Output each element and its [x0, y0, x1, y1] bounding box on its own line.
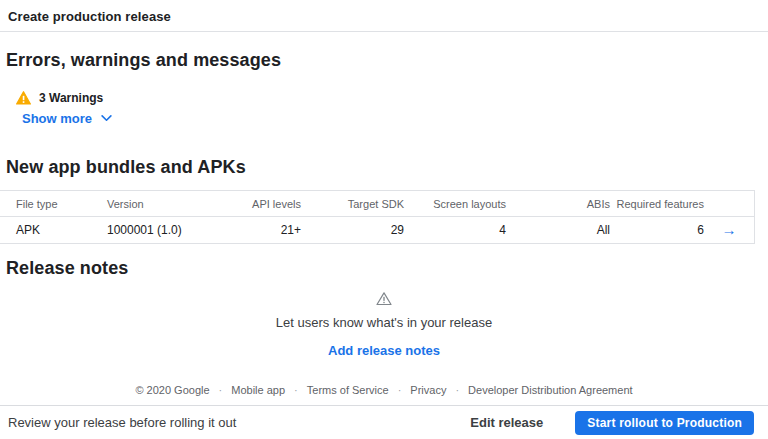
page-footer: © 2020 Google · Mobile app · Terms of Se…: [0, 384, 768, 396]
column-header-abis: ABIs: [506, 198, 610, 210]
cell-api-levels: 21+: [207, 223, 301, 237]
footer-link-privacy[interactable]: Privacy: [410, 384, 446, 396]
cell-abis: All: [506, 223, 610, 237]
footer-separator: ·: [455, 384, 459, 396]
errors-warnings-heading: Errors, warnings and messages: [0, 50, 768, 71]
column-header-version: Version: [107, 198, 207, 210]
column-header-screen-layouts: Screen layouts: [404, 198, 506, 210]
cell-required-features: 6: [610, 223, 704, 237]
edit-release-button[interactable]: Edit release: [470, 415, 543, 430]
page-title: Create production release: [0, 0, 768, 32]
review-release-message: Review your release before rolling it ou…: [8, 415, 470, 430]
footer-separator: ·: [398, 384, 402, 396]
column-header-file-type: File type: [0, 198, 107, 210]
footer-link-developer-distribution-agreement[interactable]: Developer Distribution Agreement: [468, 384, 632, 396]
release-notes-empty-text: Let users know what's in your release: [0, 315, 768, 330]
apk-table-header-row: File type Version API levels Target SDK …: [0, 191, 754, 217]
copyright-text: © 2020 Google: [135, 384, 209, 396]
footer-link-mobile-app[interactable]: Mobile app: [231, 384, 285, 396]
release-notes-heading: Release notes: [0, 258, 768, 279]
show-more-toggle[interactable]: Show more: [0, 111, 112, 126]
cell-file-type: APK: [0, 223, 107, 237]
warning-count-label: 3 Warnings: [39, 91, 103, 105]
column-header-target-sdk: Target SDK: [301, 198, 404, 210]
cell-target-sdk: 29: [301, 223, 404, 237]
apk-details-arrow-icon[interactable]: →: [722, 222, 737, 237]
add-release-notes-link[interactable]: Add release notes: [328, 343, 440, 358]
cell-screen-layouts: 4: [404, 223, 506, 237]
apk-table: File type Version API levels Target SDK …: [0, 190, 755, 244]
footer-separator: ·: [219, 384, 223, 396]
apk-table-row: APK 1000001 (1.0) 21+ 29 4 All 6 →: [0, 217, 754, 244]
show-more-label: Show more: [22, 111, 92, 126]
cell-version: 1000001 (1.0): [107, 223, 207, 237]
column-header-api-levels: API levels: [207, 198, 301, 210]
create-production-release-page: { "page": { "title": "Create production …: [0, 0, 768, 439]
bottom-action-bar: Review your release before rolling it ou…: [0, 405, 768, 439]
bundles-heading: New app bundles and APKs: [0, 157, 768, 178]
footer-separator: ·: [294, 384, 298, 396]
release-notes-empty-warning-icon: [0, 291, 768, 306]
warning-summary-row: 3 Warnings: [0, 91, 768, 105]
chevron-down-icon: [101, 115, 112, 122]
column-header-required-features: Required features: [610, 198, 704, 210]
release-notes-empty-state: Let users know what's in your release Ad…: [0, 291, 768, 359]
footer-link-terms-of-service[interactable]: Terms of Service: [307, 384, 389, 396]
warning-icon: [16, 91, 31, 105]
start-rollout-button[interactable]: Start rollout to Production: [575, 411, 754, 435]
